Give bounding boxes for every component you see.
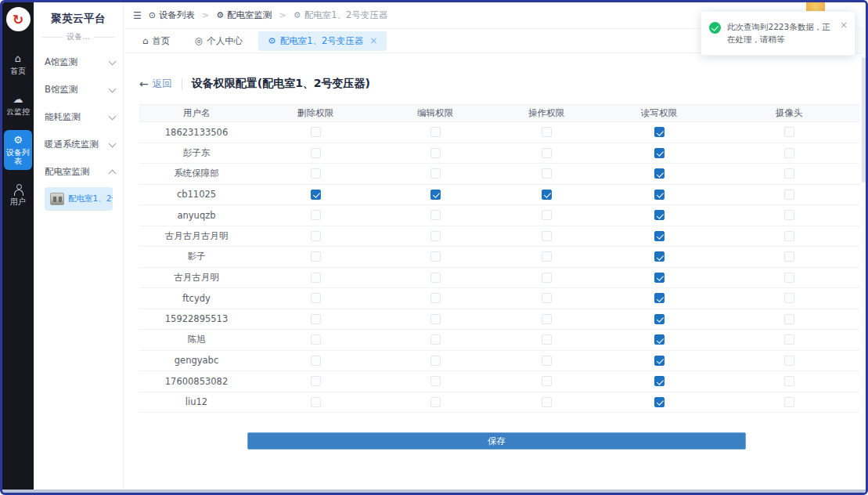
permission-checkbox-读写权限[interactable] bbox=[654, 168, 665, 179]
permission-checkbox-操作权限[interactable] bbox=[542, 376, 552, 386]
permission-checkbox-操作权限[interactable] bbox=[542, 356, 552, 366]
rail-item-云监控[interactable]: ☁云监控 bbox=[4, 89, 32, 121]
permission-checkbox-摄像头[interactable] bbox=[784, 148, 794, 158]
permission-checkbox-摄像头[interactable] bbox=[784, 293, 794, 303]
checkbox-cell bbox=[600, 251, 719, 262]
permission-checkbox-删除权限[interactable] bbox=[311, 314, 321, 324]
permission-checkbox-读写权限[interactable] bbox=[654, 376, 665, 386]
permission-checkbox-读写权限[interactable] bbox=[654, 251, 665, 262]
permission-checkbox-编辑权限[interactable] bbox=[430, 397, 441, 407]
save-button[interactable]: 保存 bbox=[247, 432, 746, 450]
rail-item-设备列表[interactable]: ⚙设备列表 bbox=[4, 130, 32, 170]
permission-checkbox-摄像头[interactable] bbox=[784, 168, 794, 179]
permission-checkbox-编辑权限[interactable] bbox=[430, 210, 441, 220]
permission-table: 用户名删除权限编辑权限操作权限读写权限摄像头 18623133506彭子东系统保… bbox=[139, 104, 859, 413]
permission-checkbox-摄像头[interactable] bbox=[784, 376, 794, 386]
permission-checkbox-操作权限[interactable] bbox=[542, 314, 552, 324]
permission-checkbox-删除权限[interactable] bbox=[311, 397, 321, 407]
permission-checkbox-读写权限[interactable] bbox=[654, 190, 665, 200]
permission-checkbox-删除权限[interactable] bbox=[311, 127, 321, 137]
brand-logo[interactable]: ↻ bbox=[6, 7, 31, 31]
permission-checkbox-读写权限[interactable] bbox=[654, 397, 665, 407]
permission-checkbox-操作权限[interactable] bbox=[542, 397, 552, 407]
sidebar-item-A馆监测[interactable]: A馆监测 bbox=[45, 49, 115, 76]
permission-checkbox-编辑权限[interactable] bbox=[430, 273, 441, 283]
permission-checkbox-摄像头[interactable] bbox=[784, 190, 794, 200]
permission-checkbox-读写权限[interactable] bbox=[654, 293, 665, 303]
permission-checkbox-删除权限[interactable] bbox=[311, 376, 321, 386]
tab-个人中心[interactable]: ◎个人中心 bbox=[185, 31, 252, 51]
permission-checkbox-删除权限[interactable] bbox=[311, 210, 321, 220]
permission-checkbox-摄像头[interactable] bbox=[784, 356, 794, 366]
permission-checkbox-读写权限[interactable] bbox=[654, 148, 665, 158]
permission-checkbox-操作权限[interactable] bbox=[542, 251, 552, 262]
permission-checkbox-摄像头[interactable] bbox=[784, 314, 794, 324]
sidebar-item-B馆监测[interactable]: B馆监测 bbox=[45, 76, 115, 103]
permission-checkbox-删除权限[interactable] bbox=[311, 231, 321, 241]
sidebar-item-配电室监测[interactable]: 配电室监测 bbox=[45, 158, 115, 186]
rail-item-用户[interactable]: 用户 bbox=[4, 179, 32, 211]
permission-checkbox-摄像头[interactable] bbox=[784, 127, 794, 137]
permission-checkbox-操作权限[interactable] bbox=[542, 293, 552, 303]
permission-checkbox-编辑权限[interactable] bbox=[430, 376, 441, 386]
permission-checkbox-删除权限[interactable] bbox=[311, 273, 321, 283]
permission-checkbox-删除权限[interactable] bbox=[311, 148, 321, 158]
tab-close-icon[interactable]: × bbox=[369, 35, 377, 46]
permission-checkbox-编辑权限[interactable] bbox=[430, 127, 441, 137]
permission-checkbox-读写权限[interactable] bbox=[654, 356, 665, 366]
breadcrumb-item[interactable]: ⊙设备列表 bbox=[149, 9, 195, 21]
permission-checkbox-编辑权限[interactable] bbox=[430, 314, 441, 324]
permission-checkbox-编辑权限[interactable] bbox=[430, 334, 441, 345]
permission-checkbox-编辑权限[interactable] bbox=[430, 168, 441, 179]
permission-checkbox-编辑权限[interactable] bbox=[430, 356, 441, 366]
permission-checkbox-摄像头[interactable] bbox=[784, 231, 794, 241]
permission-checkbox-摄像头[interactable] bbox=[784, 251, 794, 262]
checkbox-cell bbox=[719, 376, 859, 386]
toast-close-icon[interactable]: × bbox=[840, 20, 848, 46]
permission-checkbox-编辑权限[interactable] bbox=[430, 190, 441, 200]
tab-配电室1、2号变压器[interactable]: ⚙配电室1、2号变压器× bbox=[258, 31, 387, 51]
permission-checkbox-操作权限[interactable] bbox=[542, 273, 552, 283]
permission-checkbox-操作权限[interactable] bbox=[542, 148, 552, 158]
permission-checkbox-编辑权限[interactable] bbox=[430, 251, 441, 262]
permission-checkbox-删除权限[interactable] bbox=[311, 168, 321, 179]
permission-checkbox-读写权限[interactable] bbox=[654, 314, 665, 324]
permission-checkbox-摄像头[interactable] bbox=[784, 334, 794, 345]
permission-checkbox-删除权限[interactable] bbox=[311, 293, 321, 303]
permission-checkbox-编辑权限[interactable] bbox=[430, 148, 441, 158]
permission-checkbox-操作权限[interactable] bbox=[542, 210, 552, 220]
permission-checkbox-操作权限[interactable] bbox=[542, 127, 552, 137]
table-header-row: 用户名删除权限编辑权限操作权限读写权限摄像头 bbox=[139, 104, 859, 122]
permission-checkbox-摄像头[interactable] bbox=[784, 273, 794, 283]
permission-checkbox-操作权限[interactable] bbox=[542, 168, 552, 179]
permission-checkbox-读写权限[interactable] bbox=[654, 334, 665, 345]
breadcrumb-item[interactable]: ⚙配电室监测 bbox=[216, 9, 272, 21]
permission-checkbox-删除权限[interactable] bbox=[311, 334, 321, 345]
sidebar-item-device[interactable]: 配电室1、2号变压 bbox=[45, 187, 113, 211]
permission-checkbox-操作权限[interactable] bbox=[542, 231, 552, 241]
sidebar-item-label: 暖通系统监测 bbox=[45, 139, 99, 150]
permission-checkbox-读写权限[interactable] bbox=[654, 210, 665, 220]
tab-首页[interactable]: ⌂首页 bbox=[133, 31, 179, 51]
permission-checkbox-摄像头[interactable] bbox=[784, 210, 794, 220]
breadcrumb-item[interactable]: ⚙配电室1、2号变压器 bbox=[294, 9, 388, 21]
permission-checkbox-摄像头[interactable] bbox=[784, 397, 794, 407]
permission-checkbox-操作权限[interactable] bbox=[542, 334, 552, 345]
permission-checkbox-编辑权限[interactable] bbox=[430, 231, 441, 241]
scrollbar-thumb[interactable] bbox=[862, 57, 866, 182]
back-button[interactable]: ← 返回 bbox=[139, 78, 172, 91]
sidebar-item-能耗监测[interactable]: 能耗监测 bbox=[45, 103, 115, 131]
permission-checkbox-编辑权限[interactable] bbox=[430, 293, 441, 303]
rail-item-首页[interactable]: ⌂首页 bbox=[4, 49, 32, 80]
permission-checkbox-删除权限[interactable] bbox=[311, 251, 321, 262]
scrollbar-track[interactable] bbox=[862, 2, 866, 493]
checkbox-cell bbox=[254, 190, 377, 200]
sidebar-collapse-icon[interactable]: ☰ bbox=[133, 10, 142, 21]
permission-checkbox-读写权限[interactable] bbox=[654, 273, 665, 283]
permission-checkbox-读写权限[interactable] bbox=[654, 231, 665, 241]
sidebar-item-暖通系统监测[interactable]: 暖通系统监测 bbox=[45, 131, 115, 158]
permission-checkbox-删除权限[interactable] bbox=[311, 190, 321, 200]
permission-checkbox-读写权限[interactable] bbox=[654, 127, 665, 137]
permission-checkbox-操作权限[interactable] bbox=[542, 190, 552, 200]
permission-checkbox-删除权限[interactable] bbox=[311, 356, 321, 366]
